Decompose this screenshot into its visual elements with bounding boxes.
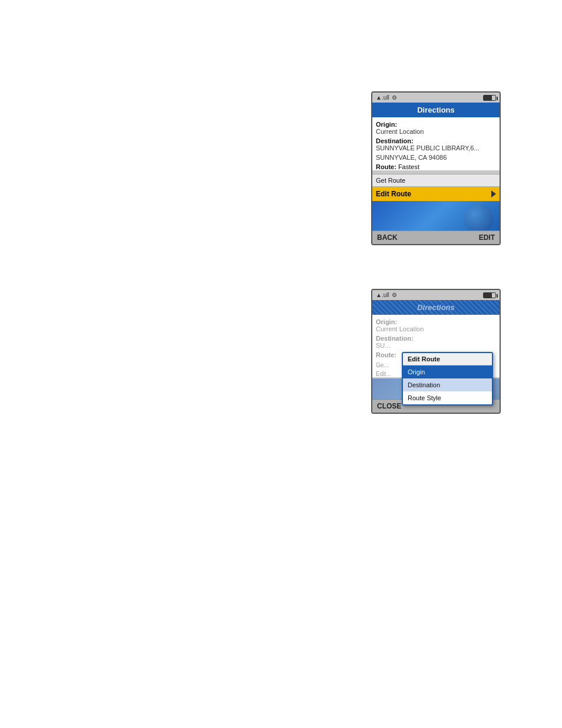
- origin-value-1: Current Location: [376, 128, 496, 135]
- phone-panel-2: ▲.ull ⚙ Directions Origin: Current Locat…: [371, 289, 501, 414]
- destination-value-1: SUNNYVALE PUBLIC LIBRARY,6...: [376, 144, 496, 151]
- directions-title-1: Directions: [372, 103, 500, 117]
- edit-route-button-1[interactable]: Edit Route: [372, 187, 500, 201]
- origin-value-2: Current Location: [376, 325, 496, 332]
- status-bar-2: ▲.ull ⚙: [372, 290, 500, 300]
- globe-icon-1: [464, 204, 494, 230]
- destination-label-2: Destination:: [376, 335, 496, 342]
- dropdown-item-route-style[interactable]: Route Style: [403, 391, 492, 404]
- edit-button-1[interactable]: EDIT: [479, 233, 495, 242]
- route-label-1: Route:: [376, 163, 396, 170]
- dropdown-item-destination[interactable]: Destination: [403, 378, 492, 391]
- get-route-button-1[interactable]: Get Route: [372, 174, 500, 187]
- battery-icon-2: [483, 292, 496, 298]
- edit-route-label-1: Edit Route: [376, 190, 411, 198]
- signal-area: ▲.ull ⚙: [376, 94, 397, 101]
- route-label-2: Route:: [376, 351, 396, 358]
- destination-value-2: SU...: [376, 342, 496, 349]
- map-area-1: [372, 201, 500, 230]
- battery-icon: [483, 95, 496, 101]
- bottom-bar-1: BACK EDIT: [372, 230, 500, 244]
- directions-title-2: Directions: [372, 300, 500, 315]
- content-area-1: Origin: Current Location Destination: SU…: [372, 117, 500, 170]
- route-value-text-1: Fastest: [398, 163, 419, 170]
- signal-icon: ▲.ull: [376, 94, 389, 101]
- gear-icon: ⚙: [392, 94, 397, 101]
- edit-route-dropdown: Edit Route Origin Destination Route Styl…: [402, 352, 493, 406]
- dropdown-header: Edit Route: [403, 353, 492, 365]
- close-button-2[interactable]: CLOSE: [377, 402, 401, 410]
- gear-icon-2: ⚙: [392, 292, 397, 298]
- back-button-1[interactable]: BACK: [377, 233, 398, 242]
- signal-icon-2: ▲.ull: [376, 292, 389, 298]
- route-line-1: Route: Fastest: [376, 163, 496, 170]
- origin-label-1: Origin:: [376, 121, 496, 128]
- dropdown-item-origin[interactable]: Origin: [403, 365, 492, 378]
- edit-route-arrow-1: [491, 190, 496, 197]
- destination-city-1: SUNNYVALE, CA 94086: [376, 154, 496, 161]
- destination-label-1: Destination:: [376, 137, 496, 144]
- phone-panel-1: ▲.ull ⚙ Directions Origin: Current Locat…: [371, 91, 501, 245]
- origin-label-2: Origin:: [376, 318, 496, 325]
- status-bar-1: ▲.ull ⚙: [372, 93, 500, 103]
- signal-area-2: ▲.ull ⚙: [376, 292, 397, 298]
